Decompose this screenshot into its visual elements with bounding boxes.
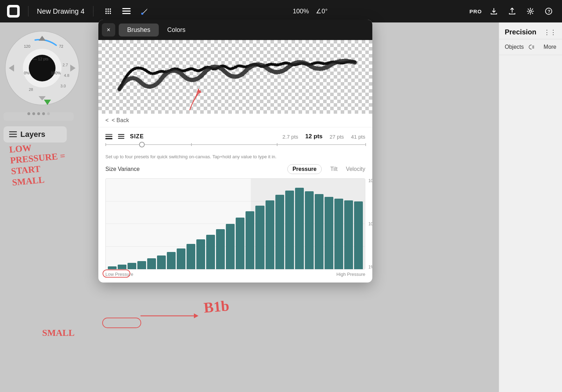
dialog-header: × Brushes Colors [98,20,372,40]
lasso-icon [528,44,535,51]
svg-text:?: ? [548,9,550,14]
variance-header: Size Variance Pressure Tilt Velocity [105,164,365,174]
arrow-low-to-b1b [137,305,207,326]
upload-icon-btn[interactable] [506,5,518,18]
svg-rect-33 [9,131,17,132]
x-label-low-pressure: Low Pressure x [105,272,133,277]
download-icon-btn[interactable] [488,5,500,18]
y-label-1000: 1000% [368,178,372,183]
svg-rect-10 [122,11,131,12]
low-pressure-circle: Low Pressure [102,318,141,328]
chart-bar [187,244,195,269]
size-icon[interactable] [105,134,112,139]
layers-icon [9,131,17,138]
variance-title: Size Variance [105,166,140,172]
app-icon[interactable] [7,5,20,18]
preset-12[interactable]: 12 pts [305,133,322,140]
annotation-low-pressure: LOWPRESSURE =STARTSMALL [9,139,67,188]
chart-bar [295,188,304,269]
svg-marker-41 [194,313,198,318]
chart-bar [266,200,274,269]
chart-bar [334,199,343,269]
chart-bar [157,255,166,269]
chart-bar [315,194,324,269]
variance-tabs: Pressure Tilt Velocity [287,164,365,174]
chart-bar [226,224,235,269]
svg-rect-40 [118,138,124,139]
svg-point-0 [105,8,107,10]
y-axis-labels: 1000% 100 1% [368,178,372,270]
x-label-high-pressure: High Pressure [336,272,365,277]
chart-bar [236,218,244,269]
variance-tab-tilt[interactable]: Tilt [330,166,338,172]
objects-label[interactable]: Objects [505,44,524,50]
left-sidebar: 120 72 — 12 pts 0% 100% 2.7 4.8 3.0 28 [0,22,88,142]
preset-27[interactable]: 27 pts [329,134,344,140]
chart-bar [285,191,294,269]
hamburger-icon [118,134,124,139]
chart-bar [137,261,146,269]
chart-bar [216,229,225,269]
grid-icon-btn[interactable] [102,5,115,18]
close-button[interactable]: × [102,23,115,36]
chart-bar [344,200,353,269]
preset-2-7[interactable]: 2.7 pts [282,134,298,140]
size-hint: Set up to four presets for quick switchi… [105,152,365,164]
chart-area [105,178,365,270]
layers-button[interactable]: Layers [4,126,67,142]
topbar-divider [28,6,28,16]
dots-row [4,112,74,121]
topbar-divider2 [93,6,93,16]
radial-tool[interactable]: 120 72 — 12 pts 0% 100% 2.7 4.8 3.0 28 [4,29,81,107]
variance-tab-velocity[interactable]: Velocity [346,166,365,172]
help-icon-btn[interactable]: ? [542,5,555,18]
chart-bar [354,201,363,270]
back-button[interactable]: < < Back [98,114,372,127]
menu-icon-btn[interactable] [120,5,133,18]
svg-rect-34 [9,134,17,135]
canvas-preview [98,40,372,114]
svg-point-2 [110,8,111,10]
svg-point-6 [105,13,107,14]
chart-bar [108,266,117,269]
grid-dots-icon[interactable]: ⋮⋮ [544,28,556,36]
chart-bar [147,258,156,269]
tab-colors[interactable]: Colors [159,24,194,36]
size-slider-thumb[interactable] [139,142,145,147]
svg-text:0%: 0% [24,71,30,75]
annotation-small: SMALL [42,328,74,338]
svg-text:100%: 100% [51,71,61,75]
topbar-right: PRO ? [469,5,555,18]
svg-text:2.7: 2.7 [63,63,68,67]
svg-text:— 12 pts: — 12 pts [33,57,49,61]
dialog-tabs: Brushes Colors [119,24,194,36]
radial-wheel-svg: 120 72 — 12 pts 0% 100% 2.7 4.8 3.0 28 [4,29,81,107]
svg-point-3 [105,11,107,12]
svg-point-12 [141,13,143,15]
right-panel-header: Precision ⋮⋮ [499,22,562,39]
svg-point-13 [529,10,531,12]
svg-rect-35 [9,136,17,137]
y-label-100: 100 [368,221,372,226]
chart-bar [196,239,205,269]
size-slider-container [105,144,365,152]
settings-icon-btn[interactable] [524,5,537,18]
size-presets: 2.7 pts 12 pts 27 pts 41 pts [282,133,365,140]
tab-brushes[interactable]: Brushes [119,24,159,36]
more-label[interactable]: More [544,44,556,50]
svg-point-5 [110,11,111,12]
svg-text:3.0: 3.0 [60,84,66,88]
size-title: SIZE [130,133,144,140]
variance-section: Size Variance Pressure Tilt Velocity [98,164,372,283]
variance-tab-pressure[interactable]: Pressure [287,164,322,174]
size-section: SIZE 2.7 pts 12 pts 27 pts 41 pts Set up… [98,127,372,164]
preset-41[interactable]: 41 pts [351,134,365,140]
svg-text:4.8: 4.8 [64,73,69,78]
brush-icon-btn[interactable] [138,5,151,18]
brush-stroke-svg [98,40,372,114]
chart-bar [118,265,126,269]
annotation-b1b: B1b [203,297,230,316]
svg-rect-39 [118,136,124,137]
zoom-level: 100% [293,8,309,15]
size-slider-track[interactable] [105,144,365,145]
